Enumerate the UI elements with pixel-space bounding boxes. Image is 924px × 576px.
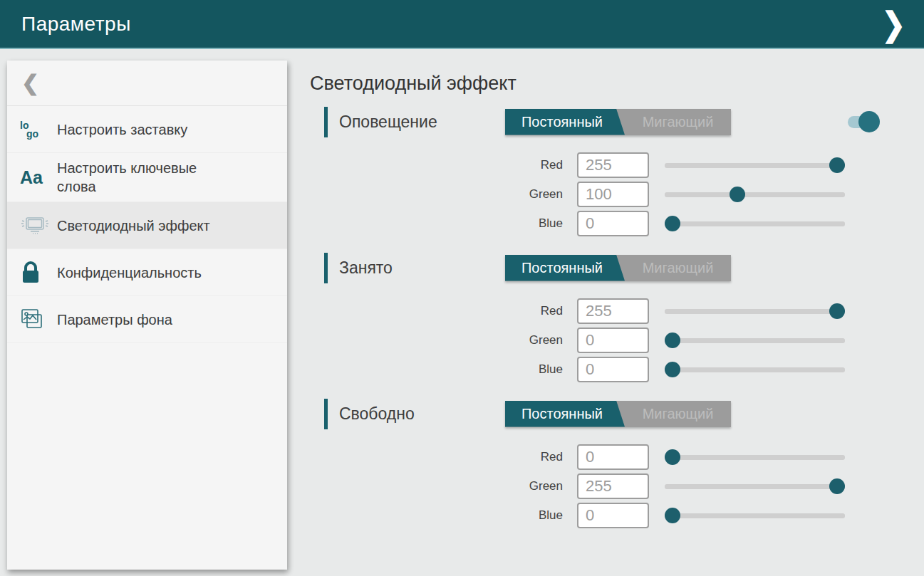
green-input[interactable] <box>577 328 649 353</box>
red-slider[interactable] <box>665 303 845 320</box>
mode-blinking-button[interactable]: Мигающий <box>625 255 731 281</box>
mode-toggle: Мигающий Постоянный <box>505 109 731 135</box>
slider-thumb[interactable] <box>665 216 680 231</box>
sidebar-item-label: Настроить заставку <box>57 120 187 139</box>
mode-solid-button[interactable]: Постоянный <box>505 401 625 427</box>
green-input[interactable] <box>577 473 649 499</box>
red-slider[interactable] <box>665 449 845 466</box>
sidebar-item-keywords[interactable]: Aa Настроить ключевые слова <box>7 153 287 202</box>
section-busy: Занято Мигающий Постоянный Red Green <box>310 254 908 382</box>
slider-thumb[interactable] <box>665 449 680 465</box>
slider-thumb[interactable] <box>829 157 845 173</box>
slider-track <box>665 367 845 372</box>
slider-thumb[interactable] <box>829 478 845 494</box>
slider-thumb[interactable] <box>829 303 845 319</box>
slider-track <box>665 484 845 489</box>
green-slider[interactable] <box>665 478 845 495</box>
blue-label: Blue <box>310 362 563 377</box>
blue-slider[interactable] <box>665 361 845 378</box>
notification-led-switch[interactable] <box>844 111 880 132</box>
mode-solid-button[interactable]: Постоянный <box>505 109 625 135</box>
blue-slider[interactable] <box>665 507 845 524</box>
switch-thumb <box>858 111 880 132</box>
led-screen-icon <box>20 214 57 237</box>
red-input[interactable] <box>577 152 649 178</box>
app-header: Параметры ❯ <box>0 0 924 49</box>
background-image-icon <box>20 308 57 332</box>
sidebar-item-screensaver[interactable]: logo Настроить заставку <box>7 106 287 153</box>
green-input[interactable] <box>577 182 649 207</box>
section-label: Занято <box>339 258 505 278</box>
main-content: Светодиодный эффект Оповещение Мигающий … <box>310 64 908 546</box>
keywords-icon: Aa <box>20 167 57 188</box>
slider-thumb[interactable] <box>665 508 680 523</box>
blue-input[interactable] <box>577 357 649 382</box>
red-label: Red <box>310 158 563 172</box>
mode-toggle: Мигающий Постоянный <box>505 401 731 427</box>
slider-thumb[interactable] <box>665 362 680 377</box>
green-slider[interactable] <box>665 186 845 203</box>
lock-icon <box>20 261 57 285</box>
red-label: Red <box>310 304 563 318</box>
green-label: Green <box>310 187 563 201</box>
green-slider[interactable] <box>665 332 845 349</box>
blue-label: Blue <box>310 508 563 523</box>
green-label: Green <box>310 479 563 493</box>
sidebar-item-label: Параметры фона <box>57 310 172 329</box>
sidebar: ❮ logo Настроить заставку Aa Настроить к… <box>7 61 287 570</box>
red-slider[interactable] <box>665 157 845 174</box>
mode-toggle: Мигающий Постоянный <box>505 255 731 281</box>
slider-track <box>665 513 845 518</box>
content-title: Светодиодный эффект <box>310 73 908 95</box>
blue-input[interactable] <box>577 211 649 236</box>
section-notification: Оповещение Мигающий Постоянный Red <box>310 108 908 236</box>
sidebar-item-label: Конфиденциальность <box>57 263 202 282</box>
blue-label: Blue <box>310 216 563 231</box>
accent-bar <box>324 107 328 137</box>
slider-track <box>665 163 845 168</box>
accent-bar <box>324 399 328 429</box>
slider-thumb[interactable] <box>665 332 680 348</box>
mode-blinking-button[interactable]: Мигающий <box>625 401 731 427</box>
slider-track <box>665 455 845 460</box>
sidebar-item-led-effect[interactable]: Светодиодный эффект <box>7 202 287 249</box>
sidebar-item-label: Светодиодный эффект <box>57 216 210 235</box>
slider-thumb[interactable] <box>730 187 745 202</box>
green-label: Green <box>310 333 563 347</box>
sidebar-item-background[interactable]: Параметры фона <box>7 296 287 343</box>
sidebar-item-label: Настроить ключевые слова <box>57 159 232 196</box>
accent-bar <box>324 253 328 283</box>
back-button[interactable]: ❮ <box>7 61 287 106</box>
red-input[interactable] <box>577 298 649 324</box>
logo-icon: logo <box>20 121 57 138</box>
blue-input[interactable] <box>577 503 649 528</box>
slider-track <box>665 309 845 314</box>
slider-track <box>665 221 845 226</box>
page-title: Параметры <box>21 13 131 36</box>
blue-slider[interactable] <box>665 215 845 232</box>
mode-blinking-button[interactable]: Мигающий <box>625 109 731 135</box>
chevron-right-icon[interactable]: ❯ <box>881 8 905 41</box>
slider-track <box>665 338 845 343</box>
section-label: Свободно <box>339 404 505 424</box>
section-free: Свободно Мигающий Постоянный Red Green <box>310 400 908 528</box>
red-input[interactable] <box>577 444 649 470</box>
slider-track <box>665 192 845 197</box>
red-label: Red <box>310 450 563 464</box>
section-label: Оповещение <box>339 112 505 132</box>
chevron-left-icon: ❮ <box>21 70 39 95</box>
sidebar-item-privacy[interactable]: Конфиденциальность <box>7 249 287 296</box>
mode-solid-button[interactable]: Постоянный <box>505 255 625 281</box>
